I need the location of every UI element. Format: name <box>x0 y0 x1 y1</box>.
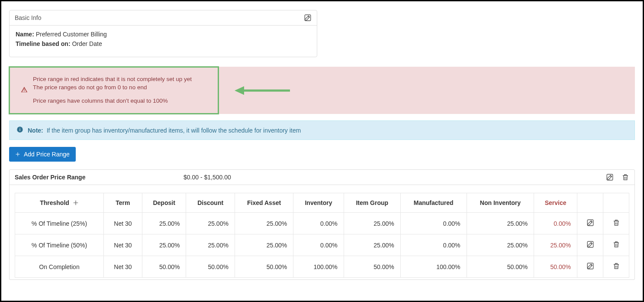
svg-rect-6 <box>607 174 613 180</box>
svg-rect-9 <box>587 263 593 269</box>
plus-icon <box>15 152 20 157</box>
cell-manufactured: 0.00% <box>400 213 467 234</box>
cell-threshold: % Of Timeline (25%) <box>15 213 104 234</box>
table-row: On CompletionNet 3050.00%50.00%50.00%100… <box>15 256 629 278</box>
cell-deposit: 25.00% <box>142 234 186 256</box>
delete-price-range-icon[interactable] <box>621 173 629 181</box>
cell-non-inventory: 25.00% <box>467 234 534 256</box>
basic-info-title: Basic Info <box>15 14 41 21</box>
cell-threshold: % Of Timeline (50%) <box>15 234 104 256</box>
cell-fixed-asset: 25.00% <box>235 234 293 256</box>
cell-service: 25.00% <box>534 234 577 256</box>
cell-inventory: 100.00% <box>293 256 344 278</box>
th-threshold: Threshold <box>40 199 69 206</box>
th-discount: Discount <box>186 193 235 213</box>
delete-row-icon[interactable] <box>612 219 620 227</box>
th-inventory: Inventory <box>293 193 344 213</box>
alert-danger: Price range in red indicates that it is … <box>9 67 635 114</box>
svg-rect-8 <box>587 241 593 247</box>
cell-fixed-asset: 25.00% <box>235 213 293 234</box>
table-row: % Of Timeline (25%)Net 3025.00%25.00%25.… <box>15 213 629 234</box>
table-row: % Of Timeline (50%)Net 3025.00%25.00%25.… <box>15 234 629 256</box>
edit-price-range-icon[interactable] <box>606 173 614 181</box>
cell-discount: 50.00% <box>186 256 235 278</box>
cell-service: 50.00% <box>534 256 577 278</box>
th-delete <box>603 193 629 213</box>
cell-non-inventory: 50.00% <box>467 256 534 278</box>
edit-row-icon[interactable] <box>586 219 594 227</box>
th-item-group: Item Group <box>344 193 400 213</box>
alert-info: Note: If the item group has inventory/ma… <box>9 120 635 140</box>
alert-line-3: Price ranges have columns that don't equ… <box>33 97 192 104</box>
panel-title: Sales Order Price Range <box>15 174 184 181</box>
edit-row-icon[interactable] <box>586 262 594 270</box>
note-text: If the item group has inventory/manufact… <box>47 127 301 134</box>
th-manufactured: Manufactured <box>400 193 467 213</box>
cell-threshold: On Completion <box>15 256 104 278</box>
timeline-label: Timeline based on: <box>16 40 71 47</box>
table-header-row: Threshold Term Deposit Discount Fixed As… <box>15 193 629 213</box>
th-service: Service <box>534 193 577 213</box>
th-fixed-asset: Fixed Asset <box>235 193 293 213</box>
cell-inventory: 0.00% <box>293 234 344 256</box>
cell-fixed-asset: 50.00% <box>235 256 293 278</box>
th-deposit: Deposit <box>142 193 186 213</box>
cell-deposit: 25.00% <box>142 213 186 234</box>
th-non-inventory: Non Inventory <box>467 193 534 213</box>
svg-rect-4 <box>19 129 20 131</box>
svg-rect-5 <box>19 128 20 128</box>
name-label: Name: <box>16 31 34 38</box>
timeline-value: Order Date <box>72 40 102 47</box>
edit-row-icon[interactable] <box>586 240 594 248</box>
cell-discount: 25.00% <box>186 234 235 256</box>
cell-manufactured: 0.00% <box>400 234 467 256</box>
warning-icon <box>21 86 28 94</box>
cell-term: Net 30 <box>104 213 142 234</box>
cell-item-group: 25.00% <box>344 213 400 234</box>
edit-basic-info-icon[interactable] <box>304 14 312 22</box>
cell-term: Net 30 <box>104 256 142 278</box>
alert-line-1: Price range in red indicates that it is … <box>33 76 192 82</box>
cell-item-group: 50.00% <box>344 256 400 278</box>
cell-service: 0.00% <box>534 213 577 234</box>
cell-inventory: 0.00% <box>293 213 344 234</box>
svg-rect-7 <box>587 220 593 226</box>
name-value: Preferred Customer Billing <box>36 31 107 38</box>
cell-term: Net 30 <box>104 234 142 256</box>
cell-item-group: 25.00% <box>344 234 400 256</box>
cell-deposit: 50.00% <box>142 256 186 278</box>
add-price-range-label: Add Price Range <box>24 151 70 158</box>
add-threshold-icon[interactable] <box>73 200 79 206</box>
cell-manufactured: 100.00% <box>400 256 467 278</box>
add-price-range-button[interactable]: Add Price Range <box>9 147 76 162</box>
th-term: Term <box>104 193 142 213</box>
alert-line-2: The price ranges do not go from 0 to no … <box>33 84 192 91</box>
delete-row-icon[interactable] <box>612 262 620 270</box>
panel-range: $0.00 - $1,500.00 <box>184 174 606 181</box>
info-icon <box>16 126 23 134</box>
th-edit <box>577 193 603 213</box>
price-range-panel: Sales Order Price Range $0.00 - $1,500.0… <box>9 169 635 280</box>
svg-rect-0 <box>305 15 311 21</box>
note-label: Note: <box>28 127 43 134</box>
delete-row-icon[interactable] <box>612 240 620 248</box>
price-range-table: Threshold Term Deposit Discount Fixed As… <box>15 193 629 278</box>
cell-discount: 25.00% <box>186 213 235 234</box>
basic-info-card: Basic Info Name: Preferred Customer Bill… <box>9 10 317 57</box>
cell-non-inventory: 25.00% <box>467 213 534 234</box>
